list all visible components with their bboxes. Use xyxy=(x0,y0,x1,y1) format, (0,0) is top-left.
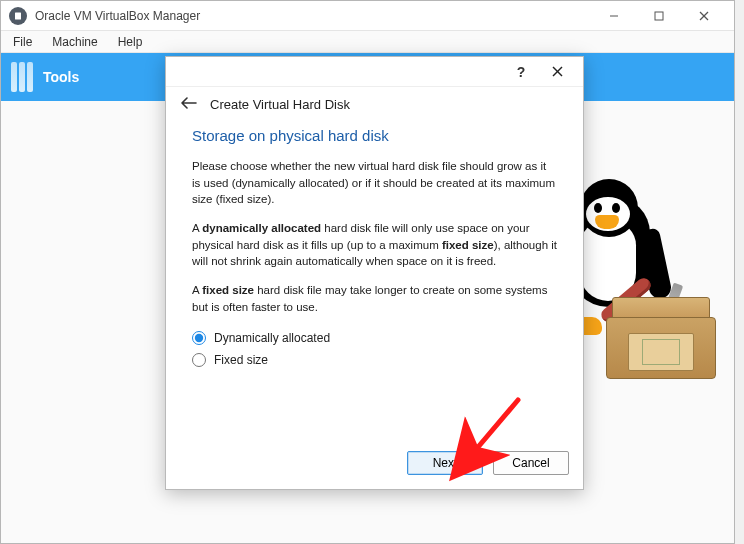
dialog-close-button[interactable] xyxy=(539,59,575,85)
menu-help[interactable]: Help xyxy=(108,33,153,51)
menu-file[interactable]: File xyxy=(3,33,42,51)
description-paragraph-1: Please choose whether the new virtual ha… xyxy=(192,158,557,208)
help-button[interactable]: ? xyxy=(503,59,539,85)
dialog-body: Storage on physical hard disk Please cho… xyxy=(166,123,583,441)
radio-dynamically-allocated[interactable]: Dynamically allocated xyxy=(192,327,557,349)
text-fragment: A xyxy=(192,222,202,234)
window-title: Oracle VM VirtualBox Manager xyxy=(35,9,200,23)
text-bold: dynamically allocated xyxy=(202,222,321,234)
maximize-button[interactable] xyxy=(636,2,681,30)
window-controls xyxy=(591,2,726,30)
next-button[interactable]: Next xyxy=(407,451,483,475)
svg-rect-0 xyxy=(15,12,21,19)
radio-dynamic-label: Dynamically allocated xyxy=(214,331,330,345)
section-heading: Storage on physical hard disk xyxy=(192,127,557,144)
text-bold: fixed size xyxy=(202,284,254,296)
svg-rect-2 xyxy=(655,12,663,20)
radio-fixed-label: Fixed size xyxy=(214,353,268,367)
text-bold: fixed size xyxy=(442,239,494,251)
dialog-header: Create Virtual Hard Disk xyxy=(166,87,583,123)
description-paragraph-3: A fixed size hard disk file may take lon… xyxy=(192,282,557,315)
tools-label: Tools xyxy=(43,69,79,85)
dialog-actions: Next Cancel xyxy=(166,441,583,489)
storage-type-radio-group: Dynamically allocated Fixed size xyxy=(192,327,557,371)
menubar: File Machine Help xyxy=(1,31,734,53)
minimize-button[interactable] xyxy=(591,2,636,30)
description-paragraph-2: A dynamically allocated hard disk file w… xyxy=(192,220,557,270)
dialog-titlebar: ? xyxy=(166,57,583,87)
create-virtual-hard-disk-dialog: ? Create Virtual Hard Disk Storage on ph… xyxy=(165,56,584,490)
cancel-button[interactable]: Cancel xyxy=(493,451,569,475)
titlebar: Oracle VM VirtualBox Manager xyxy=(1,1,734,31)
toolbox-icon xyxy=(606,289,716,379)
radio-fixed-input[interactable] xyxy=(192,353,206,367)
text-fragment: A xyxy=(192,284,202,296)
radio-fixed-size[interactable]: Fixed size xyxy=(192,349,557,371)
app-icon xyxy=(9,7,27,25)
dialog-step-title: Create Virtual Hard Disk xyxy=(210,97,350,112)
tools-icon xyxy=(11,62,33,92)
close-button[interactable] xyxy=(681,2,726,30)
radio-dynamic-input[interactable] xyxy=(192,331,206,345)
back-button[interactable] xyxy=(180,95,198,113)
menu-machine[interactable]: Machine xyxy=(42,33,107,51)
